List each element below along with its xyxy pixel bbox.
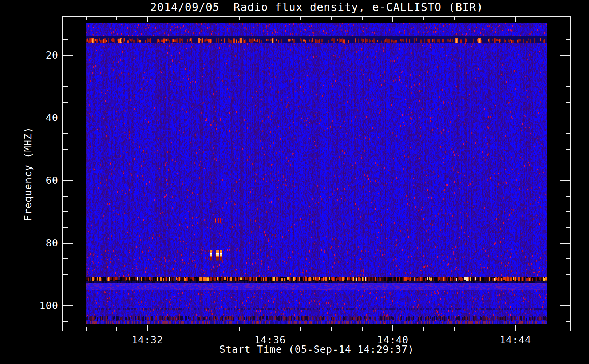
x-minor-tick — [209, 327, 209, 331]
plot-frame — [62, 16, 571, 331]
y-minor-tick — [63, 165, 68, 165]
y-minor-tick — [63, 321, 68, 322]
x-minor-tick-top — [209, 17, 209, 20]
x-minor-tick — [485, 327, 485, 331]
y-minor-tick-right — [566, 274, 570, 275]
y-minor-tick — [63, 290, 68, 290]
y-minor-tick — [63, 149, 68, 150]
y-minor-tick-right — [566, 258, 570, 259]
x-major-tick-top — [270, 17, 270, 22]
y-minor-tick-right — [566, 86, 570, 87]
x-minor-tick — [116, 327, 117, 331]
x-minor-tick — [331, 327, 332, 331]
x-major-tick-top — [147, 17, 148, 22]
y-minor-tick-right — [566, 227, 570, 228]
x-minor-tick-top — [300, 17, 301, 20]
x-minor-tick-top — [86, 17, 87, 20]
x-minor-tick — [546, 327, 546, 331]
x-minor-tick-top — [454, 17, 455, 20]
y-minor-tick-right — [566, 24, 570, 24]
y-major-tick — [63, 305, 73, 306]
x-minor-tick — [239, 327, 240, 331]
y-minor-tick — [63, 258, 68, 259]
y-minor-tick-right — [566, 196, 570, 197]
y-major-tick — [63, 180, 73, 181]
y-major-tick-right — [560, 243, 570, 244]
y-minor-tick — [63, 133, 68, 134]
x-tick-label: 14:44 — [479, 334, 552, 346]
y-minor-tick — [63, 102, 68, 103]
x-minor-tick-top — [546, 17, 546, 20]
x-tick-label: 14:40 — [356, 334, 429, 346]
x-minor-tick — [86, 327, 87, 331]
x-minor-tick-top — [362, 17, 363, 20]
x-minor-tick-top — [116, 17, 117, 20]
y-minor-tick-right — [566, 71, 570, 71]
y-minor-tick — [63, 86, 68, 87]
y-minor-tick-right — [566, 102, 570, 103]
y-tick-label: 40 — [15, 112, 58, 124]
y-major-tick — [63, 118, 73, 118]
y-tick-label: 20 — [15, 50, 58, 61]
y-minor-tick — [63, 24, 68, 24]
y-minor-tick — [63, 196, 68, 197]
x-tick-label: 14:32 — [111, 334, 184, 346]
x-major-tick-top — [515, 17, 516, 22]
y-major-tick-right — [560, 180, 570, 181]
y-minor-tick-right — [566, 211, 570, 212]
y-minor-tick-right — [566, 321, 570, 322]
y-major-tick-right — [560, 55, 570, 56]
x-minor-tick — [454, 327, 455, 331]
x-major-tick — [147, 325, 148, 331]
y-minor-tick — [63, 227, 68, 228]
chart-title: 2014/09/05 Radio flux density, e-CALLIST… — [62, 1, 571, 13]
y-minor-tick-right — [566, 165, 570, 165]
x-minor-tick-top — [485, 17, 485, 20]
y-minor-tick-right — [566, 149, 570, 150]
x-minor-tick-top — [331, 17, 332, 20]
x-minor-tick — [423, 327, 424, 331]
y-tick-label: 100 — [15, 300, 58, 312]
y-minor-tick — [63, 274, 68, 275]
x-tick-label: 14:36 — [234, 334, 307, 346]
x-major-tick — [515, 325, 516, 331]
y-minor-tick-right — [566, 39, 570, 40]
y-minor-tick — [63, 211, 68, 212]
y-major-tick — [63, 55, 73, 56]
x-major-tick — [270, 325, 270, 331]
y-major-tick-right — [560, 305, 570, 306]
x-minor-tick-top — [178, 17, 178, 20]
y-minor-tick-right — [566, 133, 570, 134]
x-minor-tick — [362, 327, 363, 331]
x-minor-tick — [178, 327, 178, 331]
x-major-tick-top — [392, 17, 393, 22]
x-minor-tick-top — [423, 17, 424, 20]
y-tick-label: 60 — [15, 175, 58, 186]
y-tick-label: 80 — [15, 237, 58, 249]
y-major-tick-right — [560, 118, 570, 118]
y-minor-tick — [63, 71, 68, 71]
x-minor-tick — [300, 327, 301, 331]
y-minor-tick-right — [566, 290, 570, 290]
x-major-tick — [392, 325, 393, 331]
spectrogram-page: 2014/09/05 Radio flux density, e-CALLIST… — [0, 0, 589, 364]
y-minor-tick — [63, 39, 68, 40]
y-axis-title: Frequency (MHZ) — [22, 127, 33, 221]
y-major-tick — [63, 243, 73, 244]
x-minor-tick-top — [239, 17, 240, 20]
